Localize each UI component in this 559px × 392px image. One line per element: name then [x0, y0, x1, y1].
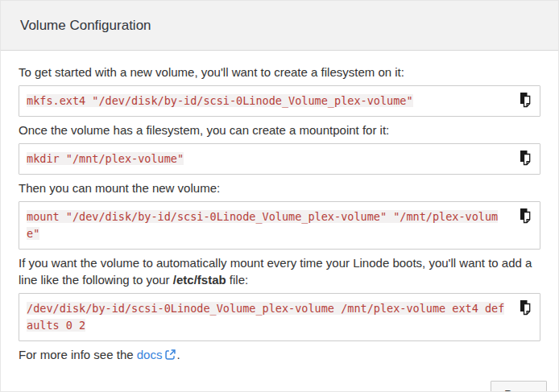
code-block-mount: mount "/dev/disk/by-id/scsi-0Linode_Volu…	[19, 201, 540, 250]
docs-note-suffix: .	[176, 348, 180, 361]
code-block-mkdir: mkdir "/mnt/plex-volume"	[19, 143, 540, 175]
step-text-mount: Then you can mount the new volume:	[19, 179, 540, 196]
copy-icon	[518, 150, 532, 168]
dialog-body: To get started with a new volume, you'll…	[1, 51, 558, 379]
fstab-path: /etc/fstab	[173, 273, 226, 287]
done-button[interactable]: Done	[491, 381, 547, 392]
dialog-footer: Done	[1, 379, 558, 392]
copy-button-mount[interactable]	[517, 208, 533, 225]
command-mkfs: mkfs.ext4 "/dev/disk/by-id/scsi-0Linode_…	[27, 94, 413, 107]
step-text-fstab: If you want the volume to automatically …	[19, 254, 540, 288]
dialog-header: Volume Configuration	[1, 1, 558, 51]
copy-icon	[518, 299, 532, 318]
command-fstab: /dev/disk/by-id/scsi-0Linode_Volume_plex…	[27, 302, 504, 332]
external-link-icon[interactable]	[164, 349, 176, 363]
step-text-filesystem: To get started with a new volume, you'll…	[19, 64, 540, 80]
docs-note-prefix: For more info see the	[19, 348, 137, 361]
dialog-title: Volume Configuration	[20, 18, 151, 34]
docs-link[interactable]: docs	[137, 348, 163, 361]
command-mount: mount "/dev/disk/by-id/scsi-0Linode_Volu…	[27, 210, 498, 240]
code-block-mkfs: mkfs.ext4 "/dev/disk/by-id/scsi-0Linode_…	[19, 85, 540, 117]
code-block-fstab: /dev/disk/by-id/scsi-0Linode_Volume_plex…	[19, 293, 540, 341]
fstab-text-prefix: If you want the volume to automatically …	[19, 256, 532, 287]
fstab-text-suffix: file:	[226, 273, 249, 287]
copy-icon	[518, 92, 532, 110]
copy-button-mkdir[interactable]	[517, 150, 533, 167]
command-mkdir: mkdir "/mnt/plex-volume"	[27, 152, 184, 165]
copy-icon	[518, 208, 532, 226]
copy-button-fstab[interactable]	[517, 299, 533, 317]
step-text-mountpoint: Once the volume has a filesystem, you ca…	[19, 122, 540, 138]
copy-button-mkfs[interactable]	[517, 92, 533, 109]
docs-note: For more info see the docs.	[19, 346, 540, 365]
volume-configuration-dialog: Volume Configuration To get started with…	[0, 0, 559, 392]
